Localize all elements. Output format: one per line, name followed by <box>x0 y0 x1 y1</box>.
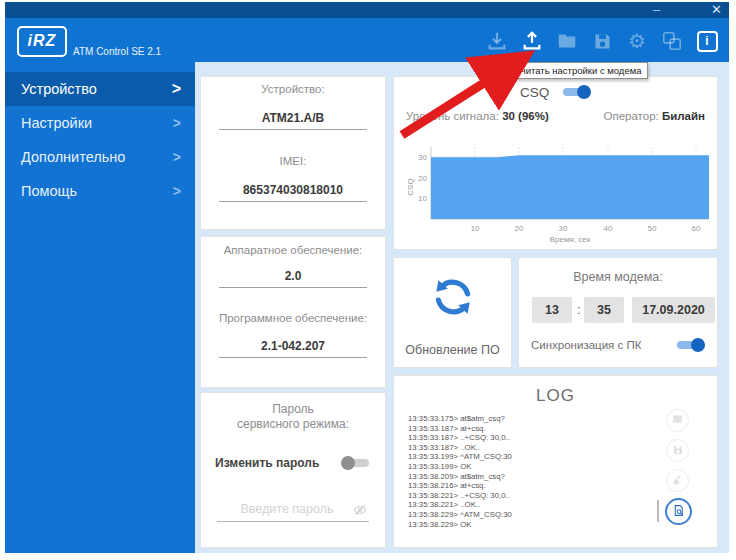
password-underline <box>217 521 369 522</box>
hardware-value: 2.0 <box>201 269 385 283</box>
sidebar-item-label: Дополнительно <box>21 149 125 165</box>
save-icon <box>672 442 684 460</box>
sidebar-item-advanced[interactable]: Дополнительно > <box>5 140 195 174</box>
log-line: 13:35:38.221> ..OK.. <box>408 500 648 510</box>
svg-text:60: 60 <box>692 224 701 233</box>
date-field[interactable]: 17.09.2020 <box>632 297 715 323</box>
sidebar-item-help[interactable]: Помощь > <box>5 174 195 208</box>
eye-off-icon[interactable] <box>353 503 367 521</box>
operator: Оператор: Билайн <box>604 110 706 122</box>
log-line: 13:35:33.199> ^ATM_CSQ:30 <box>408 452 648 462</box>
folder-icon <box>556 30 578 52</box>
close-button[interactable]: ✕ <box>711 3 722 17</box>
minutes-field[interactable]: 35 <box>584 297 624 323</box>
sidebar-item-device[interactable]: Устройство > <box>5 72 195 106</box>
time-separator: : <box>577 297 581 323</box>
imei-label: IMEI: <box>201 155 385 167</box>
save-file-button[interactable] <box>590 29 614 53</box>
info-icon: i <box>697 31 718 52</box>
x-axis-label: Время, сек <box>550 235 591 244</box>
log-line: 13:35:38.229> ^ATM_CSQ:30 <box>408 510 648 520</box>
svg-text:10: 10 <box>471 224 480 233</box>
log-line: 13:35:33.175> at$atm_csq? <box>408 414 648 424</box>
log-title: LOG <box>394 386 717 406</box>
password-input[interactable] <box>219 501 355 517</box>
chevron-right-icon: > <box>172 80 181 98</box>
language-icon <box>661 30 683 52</box>
book-icon <box>671 412 684 430</box>
log-lines: 13:35:33.175> at$atm_csq? 13:35:33.187> … <box>408 414 648 529</box>
svg-text:30: 30 <box>418 153 427 162</box>
broom-icon <box>672 472 684 490</box>
log-scrollbar[interactable] <box>657 500 659 522</box>
modem-time-card: Время модема: 13 : 35 17.09.2020 Синхрон… <box>518 257 718 368</box>
download-icon <box>486 30 508 52</box>
device-label: Устройство: <box>201 83 385 95</box>
svg-text:20: 20 <box>418 174 427 183</box>
document-search-icon <box>672 503 685 521</box>
hours-field[interactable]: 13 <box>532 297 572 323</box>
svg-text:50: 50 <box>648 224 657 233</box>
csq-chart: 10 20 30 10 20 30 40 50 60 Время, сек CS… <box>403 139 715 247</box>
device-card: Устройство: ATM21.A/B IMEI: 865374030818… <box>200 76 386 230</box>
signal-level: Уровень сигнала: 30 (96%) <box>406 110 549 122</box>
csq-area-series <box>431 155 709 219</box>
sidebar-item-label: Помощь <box>21 183 77 199</box>
language-button[interactable] <box>660 29 684 53</box>
read-settings-button[interactable] <box>520 29 544 53</box>
divider <box>219 287 367 288</box>
log-line: 13:35:38.216> at+csq. <box>408 481 648 491</box>
upload-icon <box>521 30 543 52</box>
divider <box>219 357 367 358</box>
csq-card: CSQ Уровень сигнала: 30 (96%) Оператор: … <box>393 76 718 250</box>
versions-card: Аппаратное обеспечение: 2.0 Программное … <box>200 236 386 388</box>
change-password-toggle[interactable] <box>341 456 371 470</box>
sidebar-item-label: Настройки <box>21 115 92 131</box>
autoscroll-log-button[interactable] <box>665 498 692 525</box>
password-card: Пароль сервисного режима: Изменить парол… <box>200 392 386 548</box>
csq-toggle[interactable] <box>561 85 591 99</box>
minimize-button[interactable]: – <box>653 3 660 17</box>
firmware-update-button[interactable]: Обновление ПО <box>393 257 512 368</box>
log-line: 13:35:33.187> ..+CSQ: 30,0.. <box>408 433 648 443</box>
password-title-line2: сервисного режима: <box>201 417 385 431</box>
svg-text:30: 30 <box>559 224 568 233</box>
log-line: 13:35:38.229> OK <box>408 520 648 530</box>
divider <box>219 201 367 202</box>
toolbar-tooltip: Считать настройки с модема <box>508 62 648 79</box>
log-line: 13:35:38.221> ..+CSQ: 30,0.. <box>408 491 648 501</box>
svg-text:10: 10 <box>418 194 427 203</box>
save-log-button[interactable] <box>666 439 689 462</box>
y-axis-label: CSQ <box>406 178 415 195</box>
chevron-right-icon: > <box>173 115 181 131</box>
app-title: ATM Control SE 2.1 <box>73 46 161 57</box>
clear-log-button[interactable] <box>666 469 689 492</box>
software-label: Программное обеспечение: <box>201 312 385 324</box>
window-titlebar: – ✕ <box>5 2 729 18</box>
svg-text:20: 20 <box>515 224 524 233</box>
irz-logo: iRZ <box>17 26 67 57</box>
software-value: 2.1-042.207 <box>201 339 385 353</box>
write-settings-button[interactable] <box>485 29 509 53</box>
sidebar: Устройство > Настройки > Дополнительно >… <box>5 62 195 553</box>
log-line: 13:35:33.199> OK <box>408 462 648 472</box>
sync-pc-label: Синхронизация с ПК <box>531 339 641 351</box>
log-line: 13:35:38.209> at$atm_csq? <box>408 472 648 482</box>
chevron-right-icon: > <box>173 183 181 199</box>
log-line: 13:35:33.187> ..OK.. <box>408 443 648 453</box>
open-log-button[interactable] <box>666 409 689 432</box>
save-icon <box>592 31 613 52</box>
hardware-label: Аппаратное обеспечение: <box>201 244 385 256</box>
settings-button[interactable]: ⚙ <box>625 29 649 53</box>
sync-pc-toggle[interactable] <box>675 338 705 352</box>
toolbar: ⚙ i <box>485 26 719 56</box>
app-window: – ✕ iRZ ATM Control SE 2.1 <box>0 0 736 560</box>
open-file-button[interactable] <box>555 29 579 53</box>
sidebar-item-settings[interactable]: Настройки > <box>5 106 195 140</box>
device-value: ATM21.A/B <box>201 111 385 125</box>
password-title-line1: Пароль <box>201 402 385 416</box>
log-line: 13:35:33.187> at+csq. <box>408 424 648 434</box>
app-header: iRZ ATM Control SE 2.1 <box>5 18 729 62</box>
refresh-icon <box>428 272 478 326</box>
about-button[interactable]: i <box>695 29 719 53</box>
